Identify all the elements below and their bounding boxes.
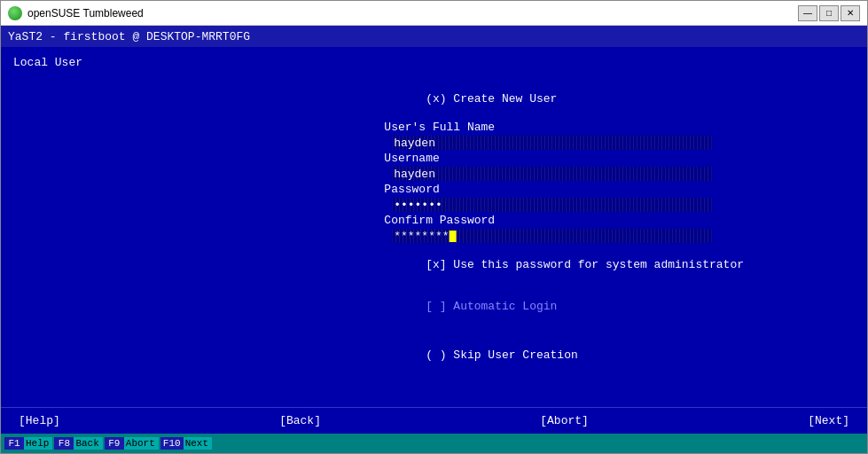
yast-bar-text: YaST2 - firstboot @ DESKTOP-MRRT0FG <box>8 30 250 43</box>
username-row: Username <box>356 152 744 165</box>
page-title: Local User <box>13 56 855 69</box>
abort-button[interactable]: [Abort] <box>540 414 589 427</box>
confirm-password-label: Confirm Password <box>356 214 495 227</box>
form-container: (x) Create New User User's Full Name Use… <box>356 79 744 375</box>
create-option[interactable]: (x) Create New User <box>356 79 744 119</box>
confirm-password-display[interactable]: ******** <box>392 229 711 243</box>
password-input-row <box>356 198 744 212</box>
hotkey-f9[interactable]: F9 Abort <box>105 437 159 450</box>
hotkey-f8[interactable]: F8 Back <box>54 437 102 450</box>
close-button[interactable]: ✕ <box>841 5 860 21</box>
nav-bar: [Help] [Back] [Abort] [Next] <box>1 407 867 434</box>
skip-option[interactable]: ( ) Skip User Creation <box>356 335 744 375</box>
next-button[interactable]: [Next] <box>808 414 849 427</box>
window-title: openSUSE Tumbleweed <box>27 7 793 20</box>
hotkey-f1[interactable]: F1 Help <box>4 437 52 450</box>
minimize-button[interactable]: — <box>798 5 817 21</box>
hotkey-f10[interactable]: F10 Next <box>160 437 212 450</box>
confirm-password-row: Confirm Password <box>356 214 744 227</box>
full-name-row: User's Full Name <box>356 121 744 134</box>
help-button[interactable]: [Help] <box>19 414 60 427</box>
confirm-password-input-row: ******** <box>356 229 744 243</box>
password-row: Password <box>356 183 744 196</box>
sysadmin-checkbox[interactable]: [x] Use this password for system adminis… <box>356 245 744 285</box>
content-area: Local User (x) Create New User User's Fu… <box>1 47 867 407</box>
yast-bar: YaST2 - firstboot @ DESKTOP-MRRT0FG <box>1 26 867 47</box>
autologin-checkbox[interactable]: [ ] Automatic Login <box>356 286 744 326</box>
cursor <box>450 231 457 242</box>
app-window: openSUSE Tumbleweed — □ ✕ YaST2 - firstb… <box>0 0 868 454</box>
maximize-button[interactable]: □ <box>819 5 839 21</box>
main-content: Local User (x) Create New User User's Fu… <box>1 47 867 453</box>
full-name-input[interactable] <box>392 136 711 150</box>
title-bar: openSUSE Tumbleweed — □ ✕ <box>1 1 867 26</box>
username-label: Username <box>356 152 440 165</box>
password-input[interactable] <box>392 198 711 212</box>
back-button[interactable]: [Back] <box>279 414 321 427</box>
password-label: Password <box>356 183 440 196</box>
app-icon <box>8 6 22 20</box>
window-controls: — □ ✕ <box>798 5 860 21</box>
full-name-input-row <box>356 136 744 150</box>
username-input[interactable] <box>392 167 711 181</box>
full-name-label: User's Full Name <box>356 121 495 134</box>
hotkey-bar: F1 Help F8 Back F9 Abort F10 Next <box>1 434 867 453</box>
username-input-row <box>356 167 744 181</box>
